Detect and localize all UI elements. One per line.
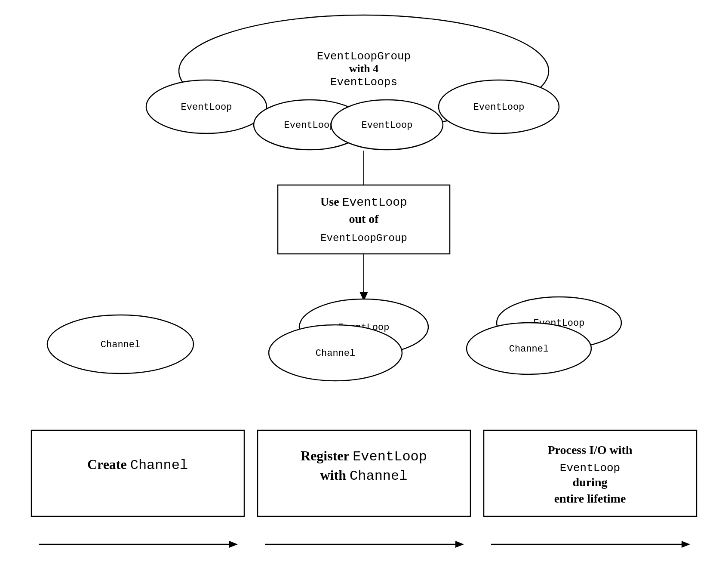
svg-text:out of: out of (349, 212, 379, 225)
svg-text:Channel: Channel (316, 348, 355, 359)
svg-text:EventLoop: EventLoop (473, 102, 525, 113)
svg-text:Register EventLoop: Register EventLoop (301, 448, 427, 465)
svg-text:EventLoopGroup: EventLoopGroup (317, 50, 411, 63)
svg-text:Channel: Channel (101, 339, 140, 350)
svg-text:EventLoops: EventLoops (330, 76, 397, 89)
svg-rect-30 (31, 430, 244, 516)
svg-text:EventLoopGroup: EventLoopGroup (320, 232, 407, 244)
svg-text:Use EventLoop: Use EventLoop (320, 195, 407, 209)
svg-text:EventLoop: EventLoop (560, 462, 620, 475)
svg-text:EventLoop: EventLoop (284, 120, 335, 131)
svg-text:EventLoop: EventLoop (362, 120, 413, 131)
svg-text:Process I/O with: Process I/O with (547, 443, 632, 457)
svg-text:during: during (573, 475, 608, 489)
svg-text:with Channel: with Channel (320, 467, 408, 484)
diagram: EventLoopGroup with 4 EventLoops EventLo… (0, 0, 728, 574)
svg-text:entire lifetime: entire lifetime (554, 492, 626, 505)
diagram-svg: EventLoopGroup with 4 EventLoops EventLo… (0, 0, 728, 574)
svg-text:Channel: Channel (509, 344, 549, 355)
svg-text:Create Channel: Create Channel (87, 457, 188, 473)
svg-text:EventLoop: EventLoop (181, 102, 232, 113)
svg-text:with 4: with 4 (349, 62, 379, 75)
